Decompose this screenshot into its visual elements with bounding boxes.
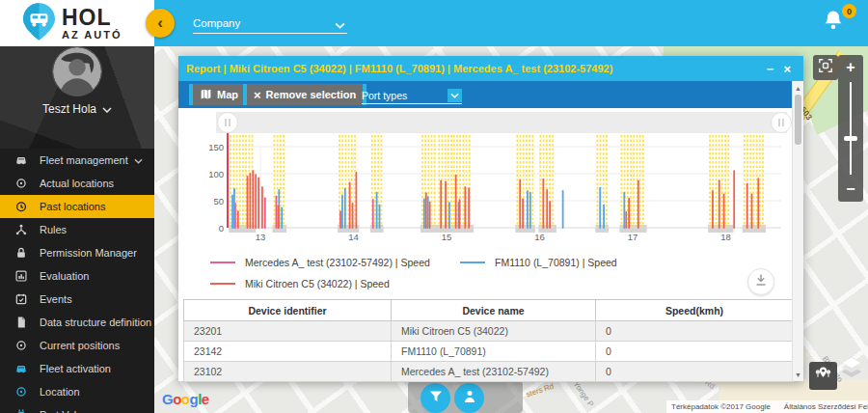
pegman-icon: [462, 389, 477, 408]
legend-line-swatch: [210, 283, 235, 285]
chevron-down-icon: [134, 154, 143, 166]
zoom-slider-handle[interactable]: [844, 136, 857, 141]
panel-minimize-button[interactable]: −: [762, 62, 779, 76]
svg-text:100: 100: [208, 169, 224, 179]
notification-badge: 0: [842, 4, 856, 18]
svg-text:50: 50: [213, 196, 224, 206]
show-markers-button[interactable]: [809, 362, 837, 390]
sidebar-item-evaluation[interactable]: Evaluation: [0, 264, 154, 288]
sidebar-item-actual-locations[interactable]: Actual locations: [0, 172, 154, 195]
avatar[interactable]: [52, 46, 102, 96]
brush-handle-left[interactable]: [218, 113, 238, 133]
app-root: A503 sters RdYonge PBlackstoRomilly Rd G…: [0, 0, 868, 413]
scroll-up-arrow[interactable]: ▲: [793, 82, 803, 94]
close-x-icon: ×: [254, 88, 261, 102]
profile-section: Teszt Hola: [0, 46, 154, 149]
port-types-dropdown[interactable]: Port types: [362, 87, 462, 104]
sidebar-item-location[interactable]: Location: [0, 380, 154, 403]
google-logo[interactable]: Google: [162, 391, 209, 407]
table-row[interactable]: 23201Miki Citroen C5 (34022)0: [184, 321, 794, 342]
sidebar-item-label: Fleet management: [40, 154, 128, 166]
zoom-in-button[interactable]: +: [838, 55, 863, 80]
chart-download-button[interactable]: [747, 268, 774, 295]
sidebar-item-past-locations[interactable]: Past locations: [0, 195, 154, 218]
svg-text:16: 16: [534, 232, 545, 242]
remove-button-label: Remove selection: [266, 89, 357, 100]
panel-scrollbar[interactable]: ▲ ▼: [792, 81, 803, 381]
table-header-cell: Device identifier: [184, 300, 392, 321]
scroll-down-arrow[interactable]: ▼: [793, 369, 803, 380]
sidebar-item-current-positions[interactable]: Current positions: [0, 334, 154, 357]
bell-icon: [822, 18, 845, 35]
chevron-down-icon: [102, 102, 112, 116]
calendar-icon: [14, 292, 28, 307]
table-cell: 23142: [184, 342, 392, 362]
map-fullscreen-button[interactable]: [813, 55, 838, 80]
sidebar-item-data-structure-definition[interactable]: Data structure definition: [0, 311, 154, 334]
map-zoom-control[interactable]: + −: [838, 55, 863, 202]
remove-selection-button[interactable]: × Remove selection: [243, 84, 366, 105]
notifications-button[interactable]: 0: [822, 9, 851, 40]
sidebar-item-label: Rules: [40, 224, 67, 235]
scrollbar-thumb[interactable]: [795, 95, 801, 145]
svg-text:17: 17: [628, 232, 638, 242]
table-header-cell: Device name: [392, 300, 596, 321]
map-button-label: Map: [217, 89, 238, 100]
user-menu[interactable]: Teszt Hola: [0, 102, 154, 116]
legend-label: FM1110 (L_70891) | Speed: [495, 257, 617, 268]
sidebar-item-label: Data structure definition: [40, 317, 151, 328]
legend-entry[interactable]: Miki Citroen C5 (34022) | Speed: [210, 278, 390, 289]
zoom-out-button[interactable]: −: [838, 177, 863, 202]
sidebar-item-rules[interactable]: Rules: [0, 218, 154, 241]
svg-text:13: 13: [256, 232, 266, 242]
sidebar-item-label: Location: [40, 386, 80, 398]
car-icon: [14, 362, 28, 376]
brush-handle-right[interactable]: [772, 113, 792, 133]
sidebar-item-label: Events: [40, 293, 72, 305]
sidebar-item-fleet-management[interactable]: Fleet management: [0, 149, 154, 172]
legend-label: Mercedes A_ test (23102-57492) | Speed: [245, 257, 430, 268]
legend-entry[interactable]: Mercedes A_ test (23102-57492) | Speed: [210, 257, 430, 268]
report-panel-title: Report | Miki Citroen C5 (34022) | FM111…: [186, 63, 612, 74]
table-cell: 0: [596, 362, 794, 382]
lock-icon: [14, 246, 28, 261]
filter-button[interactable]: [420, 383, 450, 413]
fullscreen-icon: [818, 58, 833, 77]
sidebar-item-label: Fleet activation: [40, 363, 111, 374]
table-cell: 23102: [184, 362, 392, 382]
report-panel-header[interactable]: Report | Miki Citroen C5 (34022) | FM111…: [178, 56, 803, 81]
chevron-down-icon: [335, 19, 345, 31]
chart-icon: [14, 269, 28, 284]
sidebar-item-label: Past locations: [40, 201, 105, 212]
table-row[interactable]: 23102Mercedes A_ test (23102-57492)0: [184, 362, 794, 382]
crosshair-icon: [14, 339, 28, 353]
sidebar-item-events[interactable]: Events: [0, 288, 154, 311]
street-view-button[interactable]: [454, 383, 484, 413]
app-logo[interactable]: HOL AZ AUTÓ: [0, 0, 154, 46]
crosshair-icon: [14, 385, 28, 399]
map-view-button[interactable]: Map: [189, 84, 249, 105]
panel-close-button[interactable]: ×: [778, 62, 796, 76]
car-icon: [14, 153, 28, 168]
sidebar-item-permission-manager[interactable]: Permission Manager: [0, 241, 154, 264]
sidebar-item-fleet-activation[interactable]: Fleet activation: [0, 357, 154, 380]
sidebar-collapse-button[interactable]: ‹: [146, 9, 175, 38]
sidebar-item-label: Port Value: [40, 409, 89, 413]
topbar: Company 0: [154, 0, 868, 46]
sidebar-item-label: Current positions: [40, 340, 120, 351]
port-icon: [14, 408, 28, 413]
sidebar-item-label: Permission Manager: [40, 247, 137, 259]
speed-chart[interactable]: 050100150131415161718: [181, 110, 795, 253]
table-row[interactable]: 23142FM1110 (L_70891)0: [184, 342, 794, 362]
sidebar-item-port-value[interactable]: Port Value: [0, 403, 154, 413]
zoom-slider-track[interactable]: [850, 82, 852, 175]
history-icon: [14, 200, 28, 214]
crosshair-icon: [14, 177, 28, 191]
legend-entry[interactable]: FM1110 (L_70891) | Speed: [460, 257, 617, 268]
terms-link[interactable]: Általános Szerződési Feltételek: [784, 402, 868, 411]
brand-pin-icon: [23, 3, 55, 44]
company-dropdown[interactable]: Company: [193, 13, 347, 34]
map-filter-toolbar: [408, 381, 523, 413]
map-layers-button[interactable]: [837, 352, 866, 381]
svg-text:15: 15: [442, 232, 452, 242]
